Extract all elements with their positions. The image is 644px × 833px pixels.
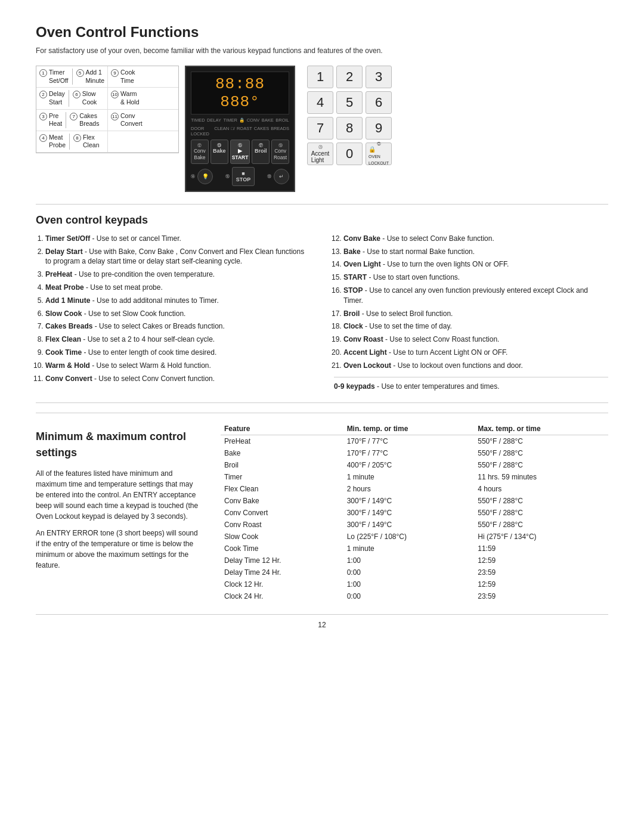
list-item-14: Oven Light - Use to turn the oven lights… <box>343 259 608 270</box>
kp-num-6: 6 <box>73 91 80 98</box>
table-cell: 23:59 <box>474 590 608 602</box>
kp-cell-10: 10 Warm & Hold <box>108 88 178 109</box>
col-min: Min. temp. or time <box>343 423 475 435</box>
kp-num-11: 11 <box>111 113 119 120</box>
keypads-description: Timer Set/Off - Use to set or cancel Tim… <box>36 234 608 391</box>
table-cell: Bake <box>221 447 343 459</box>
table-cell: 300°F / 149°C <box>343 519 475 531</box>
intro-text: For satisfactory use of your oven, becom… <box>36 47 608 55</box>
kp-cell-empty <box>108 131 178 153</box>
list-item-11: Conv Convert - Use to select Conv Conver… <box>45 374 310 384</box>
table-cell: 550°F / 288°C <box>474 459 608 471</box>
kp-num-7: 7 <box>70 113 78 120</box>
table-cell: 12:59 <box>474 578 608 590</box>
accent-light-key[interactable]: ⑳ AccentLight <box>307 143 333 165</box>
table-row: Conv Bake300°F / 149°C550°F / 288°C <box>221 495 608 507</box>
table-row: Clock 24 Hr.0:0023:59 <box>221 590 608 602</box>
kp-num-1: 1 <box>39 69 47 77</box>
keypads-right-col: Conv Bake - Use to select Conv Bake func… <box>334 234 608 391</box>
diagram-area: 1 Timer Set/Off 5 Add 1 Minute 9 Cook Ti… <box>36 66 608 192</box>
keypads-left-col: Timer Set/Off - Use to set or cancel Tim… <box>36 234 310 391</box>
table-cell: Clock 12 Hr. <box>221 578 343 590</box>
kp-cell-1: 1 Timer Set/Off 5 Add 1 Minute <box>36 66 108 88</box>
display-indicators: TIMED DELAY TIMER 🔒 CONV BAKE BROIL <box>191 117 289 123</box>
kp-cell-9: 9 Cook Time <box>108 66 178 88</box>
key-3[interactable]: 3 <box>366 66 392 88</box>
table-cell: Delay Time 24 Hr. <box>221 566 343 578</box>
key-5[interactable]: 5 <box>336 91 363 114</box>
list-item-10: Warm & Hold - Use to select Warm & Hold … <box>45 361 310 371</box>
table-cell: 1 minute <box>343 471 475 483</box>
table-cell: 300°F / 149°C <box>343 507 475 519</box>
conv-roast-button[interactable]: ⑲ConvRoast <box>271 140 289 164</box>
key-7[interactable]: 7 <box>307 117 333 140</box>
broil-button[interactable]: ⑰Broil <box>252 140 270 164</box>
table-cell: 0:00 <box>343 590 475 602</box>
key-8[interactable]: 8 <box>336 117 363 140</box>
bake-button[interactable]: ⑬Bake <box>210 140 228 164</box>
table-cell: Cook Time <box>221 543 343 555</box>
table-cell: Slow Cook <box>221 531 343 543</box>
kp-num-2: 2 <box>39 91 47 98</box>
kp-cell-3: 3 Pre Heat 7 Cakes Breads <box>36 110 108 131</box>
table-cell: 1 minute <box>343 543 475 555</box>
table-row: Clock 12 Hr.1:0012:59 <box>221 578 608 590</box>
oven-lockout-key[interactable]: ㉑ 🔒OVENLOCKOUT <box>366 143 392 165</box>
list-item-1: Timer Set/Off - Use to set or cancel Tim… <box>45 234 310 244</box>
table-row: Broil400°F / 205°C550°F / 288°C <box>221 459 608 471</box>
table-row: Cook Time1 minute11:59 <box>221 543 608 555</box>
stop-button[interactable]: ■STOP <box>232 167 255 186</box>
top-btn-row: ⑫ConvBake ⑬Bake ⑮▶START ⑰Broil ⑲ConvRoas… <box>191 140 289 164</box>
table-cell: Conv Bake <box>221 495 343 507</box>
key-1[interactable]: 1 <box>307 66 333 88</box>
table-cell: Conv Roast <box>221 519 343 531</box>
table-row: Conv Roast300°F / 149°C550°F / 288°C <box>221 519 608 531</box>
light-button[interactable]: 💡 <box>197 169 213 184</box>
list-item-2: Delay Start - Use with Bake, Conv Bake ,… <box>45 247 310 267</box>
key-9[interactable]: 9 <box>366 117 392 140</box>
table-cell: 1:00 <box>343 578 475 590</box>
list-item-8: Flex Clean - Use to set a 2 to 4 hour se… <box>45 335 310 345</box>
kp-cell-2: 2 Delay Start 6 Slow Cook <box>36 88 108 109</box>
kp-num-10: 10 <box>111 91 119 98</box>
number-keypad: 1 2 3 4 5 6 7 8 9 ⑳ AccentLight 0 ㉑ 🔒OVE… <box>307 66 392 165</box>
table-cell: Conv Convert <box>221 507 343 519</box>
bottom-btn-row: ⑭ 💡 ⑯ ■STOP ⑱ ↵ <box>191 167 289 186</box>
list-item-3: PreHeat - Use to pre-condition the oven … <box>45 270 310 280</box>
list-item-7: Cakes Breads - Use to select Cakes or Br… <box>45 321 310 332</box>
list-item-15: START - Use to start oven functions. <box>343 272 608 283</box>
settings-table: Feature Min. temp. or time Max. temp. or… <box>221 423 608 602</box>
table-cell: 1:00 <box>343 555 475 566</box>
minmax-table: Feature Min. temp. or time Max. temp. or… <box>221 423 608 602</box>
minmax-text: Minimum & maximum control settings All o… <box>36 423 203 602</box>
list-item-21: Oven Lockout - Use to lockout oven funct… <box>343 361 608 371</box>
key-4[interactable]: 4 <box>307 91 333 114</box>
table-cell: 170°F / 77°C <box>343 447 475 459</box>
table-row: PreHeat170°F / 77°C550°F / 288°C <box>221 435 608 447</box>
table-cell: 400°F / 205°C <box>343 459 475 471</box>
minmax-section: Minimum & maximum control settings All o… <box>36 413 608 602</box>
clock-button[interactable]: ↵ <box>274 169 289 184</box>
page-title: Oven Control Functions <box>36 24 608 41</box>
table-row: Delay Time 12 Hr.1:0012:59 <box>221 555 608 566</box>
keypad-grid: 1 Timer Set/Off 5 Add 1 Minute 9 Cook Ti… <box>36 66 179 153</box>
keypads-right-list: Conv Bake - Use to select Conv Bake func… <box>334 234 608 371</box>
table-cell: 550°F / 288°C <box>474 435 608 447</box>
table-cell: 550°F / 288°C <box>474 519 608 531</box>
conv-bake-button[interactable]: ⑫ConvBake <box>191 140 209 164</box>
key-0[interactable]: 0 <box>336 143 363 165</box>
table-cell: 4 hours <box>474 483 608 495</box>
table-cell: Broil <box>221 459 343 471</box>
display-indicators-2: DOOR LOCKED CLEAN □/ ROAST CAKES BREADS <box>191 126 289 137</box>
key-2[interactable]: 2 <box>336 66 363 88</box>
table-row: Conv Convert300°F / 149°C550°F / 288°C <box>221 507 608 519</box>
list-item-13: Bake - Use to start normal Bake function… <box>343 247 608 257</box>
key-6[interactable]: 6 <box>366 91 392 114</box>
list-item-17: Broil - Use to select Broil function. <box>343 309 608 319</box>
zero-note: 0-9 keypads - Use to enter temperatures … <box>334 377 608 391</box>
table-cell: 550°F / 288°C <box>474 447 608 459</box>
table-row: Delay Time 24 Hr.0:0023:59 <box>221 566 608 578</box>
start-button[interactable]: ⑮▶START <box>230 140 250 164</box>
table-cell: 300°F / 149°C <box>343 495 475 507</box>
display-panel: 88:88 888° TIMED DELAY TIMER 🔒 CONV BAKE… <box>185 66 295 192</box>
